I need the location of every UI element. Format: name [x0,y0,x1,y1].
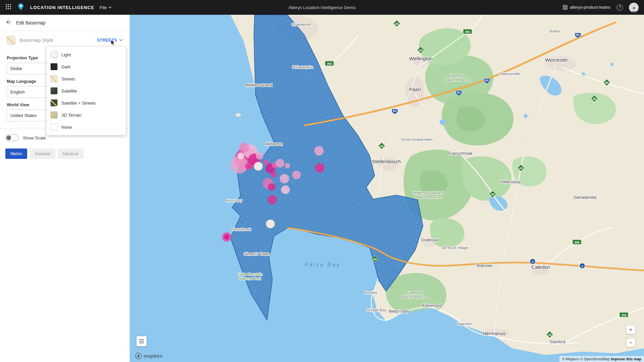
svg-text:301: 301 [465,30,470,34]
map-label: Villiersdorp [500,180,521,184]
map-label: Simon's Town [244,252,270,256]
data-bubble[interactable] [224,234,229,240]
map-label: Hawston [457,322,472,326]
location-intelligence-logo [17,3,25,12]
style-option-label: Satellite [61,88,77,94]
show-scale-toggle[interactable] [5,134,19,141]
app-title: LOCATION INTELLIGENCE [30,5,94,10]
svg-text:N1: N1 [576,33,580,37]
route-shield-316: 316 [620,312,628,317]
data-bubble[interactable] [268,195,277,204]
data-bubble[interactable] [268,183,275,191]
topbar: LOCATION INTELLIGENCE File Alteryx Locat… [0,0,644,15]
style-option-label: Streets [61,76,75,81]
zoom-out-button[interactable]: − [627,339,635,347]
map-label: Wellington [409,56,433,61]
back-arrow-icon[interactable] [6,20,11,26]
route-shield-406: 406 [573,240,581,244]
map-label: Caledon [531,264,550,270]
data-bubble[interactable] [245,163,251,169]
svg-text:406: 406 [574,241,579,244]
map-label: Pringle Bay [367,308,386,312]
waffle-menu-icon[interactable] [5,4,11,11]
svg-text:N1: N1 [457,91,461,94]
style-option-label: Satellite + Streets [61,101,96,106]
unit-metric[interactable]: Metric [5,148,27,159]
data-bubble[interactable] [237,153,244,159]
map-label: Hottentots-HollandNature Reserve [413,191,443,199]
map-label: Hout Bay [226,198,242,202]
style-option-streets[interactable]: Streets [47,73,126,85]
data-bubble[interactable] [315,163,324,173]
style-option-3d-terrain[interactable]: 3D Terrain [47,109,126,121]
style-option-none[interactable]: None [47,121,126,133]
help-icon[interactable]: ? [616,4,623,11]
legend-button[interactable] [137,336,147,346]
route-shield-2: 2 [530,259,535,264]
file-menu[interactable]: File [100,5,112,10]
style-option-dark[interactable]: Dark [47,61,126,73]
map-canvas[interactable]: 301302406316N1N1N1N122444460454443454443… [130,15,644,362]
unit-imperial[interactable]: Imperial [30,148,55,159]
svg-text:316: 316 [621,313,626,317]
svg-text:44: 44 [419,49,422,52]
mapbox-logo[interactable]: mapbox [135,353,163,359]
style-option-satellite-streets[interactable]: Satellite + Streets [47,97,126,109]
data-bubble[interactable] [280,174,289,183]
svg-text:60: 60 [605,81,608,84]
streets-thumbnail-icon [50,75,58,82]
workspace-switcher[interactable]: alteryx-product-teams [563,5,610,10]
svg-text:45: 45 [491,193,494,196]
map-label: Table MountainNational Park [237,272,263,281]
map-attribution[interactable]: © Mapbox © OpenStreetMap Improve this ma… [559,356,644,362]
svg-text:43: 43 [519,167,523,170]
none-thumbnail-icon [50,123,58,131]
satellite-streets-thumbnail-icon [50,99,58,107]
style-option-light[interactable]: Light [47,49,126,61]
data-bubble[interactable] [266,220,275,228]
map-label: Botha [550,29,560,33]
unit-nautical[interactable]: Nautical [58,148,84,159]
light-thumbnail-icon [50,51,58,58]
svg-text:2: 2 [532,260,533,263]
map-label: Franschhoek [448,151,473,156]
svg-text:302: 302 [327,62,332,65]
map-label: Chatsworth [291,22,311,26]
data-bubble[interactable] [256,152,263,160]
data-bubble[interactable] [281,185,290,194]
data-bubble[interactable] [271,172,277,178]
map-label: Stellenbosch [372,159,401,164]
basemap-style-menu: LightDarkStreetsSatelliteSatellite + Str… [46,46,126,135]
document-title: Alteryx Location Intelligence Demo [288,5,356,10]
map-label: Philadelphia [292,65,313,69]
svg-text:N1: N1 [485,79,489,82]
map-label: Rawsonville [499,72,520,76]
data-bubble[interactable] [276,159,284,168]
map-svg[interactable]: 301302406316N1N1N1N122444460454443454443… [130,15,644,362]
svg-text:43: 43 [548,333,551,337]
map-label: Botrivier [477,263,492,268]
style-option-label: Light [61,52,71,57]
data-bubble[interactable] [285,163,290,168]
data-bubble[interactable] [314,146,324,156]
map-label: Paarl [409,86,421,92]
map-label: Hermanus [482,330,505,336]
basemap-thumbnail-icon [7,36,15,45]
data-bubble[interactable] [254,162,263,171]
route-shield-302: 302 [325,61,334,66]
svg-text:45: 45 [593,97,596,101]
style-option-label: None [61,125,72,130]
route-shield-2: 2 [580,263,585,268]
data-bubble[interactable] [239,142,249,153]
data-bubble[interactable] [292,171,301,179]
style-option-label: Dark [61,64,70,69]
basemap-style-dropdown[interactable]: STREETS [97,38,123,43]
zoom-in-button[interactable]: + [627,325,635,334]
style-option-satellite[interactable]: Satellite [47,85,126,97]
map-label: Rooiels [365,291,378,295]
island [235,113,241,117]
dark-thumbnail-icon [50,63,58,70]
avatar[interactable] [629,3,639,12]
chevron-down-icon [108,6,112,8]
svg-text:2: 2 [581,264,583,268]
